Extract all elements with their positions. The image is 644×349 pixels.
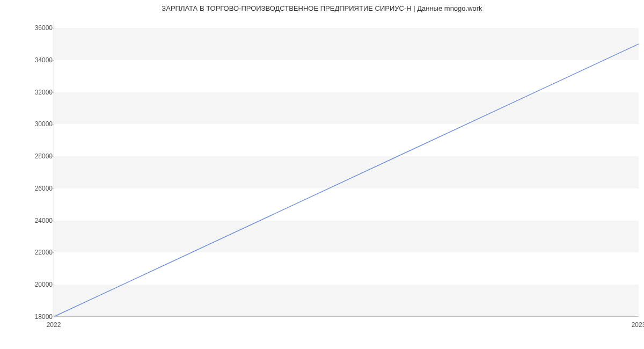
x-tick-label: 2022: [47, 321, 61, 329]
salary-series: [54, 44, 639, 317]
y-tick-mark: [50, 124, 54, 125]
y-tick-mark: [50, 252, 54, 253]
line-svg: [54, 21, 639, 317]
y-tick-label: 20000: [35, 281, 53, 288]
y-tick-label: 36000: [35, 24, 53, 32]
y-tick-label: 28000: [35, 152, 53, 160]
y-tick-mark: [50, 188, 54, 189]
y-tick-mark: [50, 28, 54, 28]
salary-line-chart: ЗАРПЛАТА В ТОРГОВО-ПРОИЗВОДСТВЕННОЕ ПРЕД…: [0, 0, 644, 349]
y-tick-mark: [50, 285, 54, 285]
y-tick-mark: [50, 317, 54, 317]
x-tick-label: 2023: [632, 321, 644, 329]
y-tick-label: 22000: [35, 249, 53, 256]
x-axis-line: [54, 316, 639, 317]
y-tick-mark: [50, 60, 54, 61]
y-tick-mark: [50, 156, 54, 157]
y-tick-label: 30000: [35, 120, 53, 128]
y-axis-line: [54, 21, 54, 317]
y-tick-mark: [50, 221, 54, 221]
y-tick-label: 24000: [35, 217, 53, 224]
y-tick-label: 26000: [35, 185, 53, 192]
y-tick-mark: [50, 92, 54, 93]
plot-area: [54, 21, 639, 317]
y-tick-label: 18000: [35, 313, 53, 321]
y-tick-label: 32000: [35, 89, 53, 96]
chart-title: ЗАРПЛАТА В ТОРГОВО-ПРОИЗВОДСТВЕННОЕ ПРЕД…: [0, 4, 644, 12]
y-tick-label: 34000: [35, 56, 53, 64]
